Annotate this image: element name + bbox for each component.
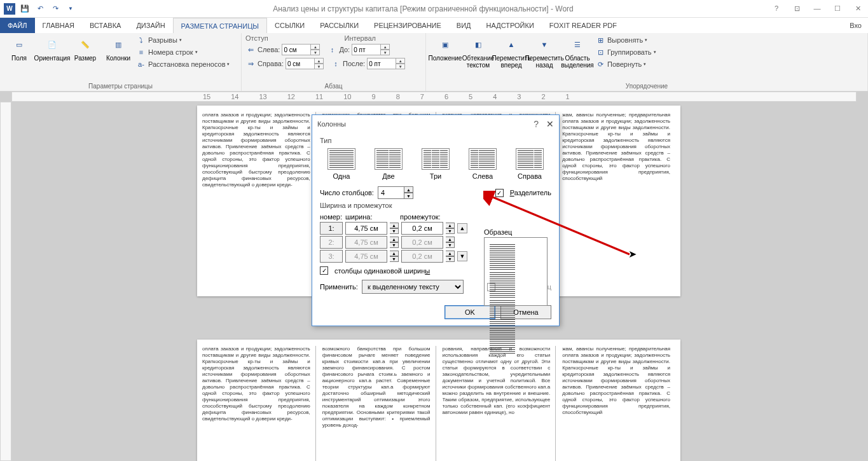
tab-review[interactable]: РЕЦЕНЗИРОВАНИЕ [366, 18, 449, 33]
group-paragraph: Отступ Интервал ⇐Слева: ▲▼ ↕До: ▲▼ ⇒Спра… [242, 33, 426, 91]
document-page[interactable]: оплата заказов и продукции; задолженност… [197, 340, 680, 461]
forward-icon: ▲ [502, 36, 520, 53]
margins-icon: ▭ [10, 36, 28, 53]
text-column: оплата заказов и продукции; задолженност… [202, 112, 316, 290]
columns-icon: ▥ [109, 36, 127, 53]
close-icon[interactable]: ✕ [850, 4, 865, 13]
type-label: Тип [320, 137, 551, 144]
align-button[interactable]: ⊞Выровнять▾ [595, 34, 656, 46]
bring-forward-button[interactable]: ▲Переместить вперед [496, 34, 527, 70]
ribbon-collapse-icon[interactable]: ⊡ [789, 4, 804, 13]
group-page-setup: ▭Поля 📄Ориентация 📏Размер ▥Колонки ⤵Разр… [0, 33, 242, 91]
margins-button[interactable]: ▭Поля [4, 34, 34, 63]
qat-customize-icon[interactable]: ▼ [64, 2, 78, 16]
line-numbers-button[interactable]: ≡Номера строк▾ [136, 46, 230, 58]
col-header-width: ширина: [345, 213, 397, 221]
preset-one[interactable]: Одна [322, 148, 361, 180]
spacing-after-label: После: [343, 60, 365, 67]
backward-icon: ▼ [535, 36, 553, 53]
position-button[interactable]: ▣Положение [430, 34, 460, 63]
preset-right[interactable]: Справа [511, 148, 549, 180]
wrap-icon: ◧ [469, 36, 487, 53]
line-numbers-icon: ≡ [136, 47, 146, 57]
quick-access-toolbar: W 💾 ↶ ↷ ▼ [3, 2, 78, 16]
width-gap-label: Ширина и промежуток [320, 202, 551, 209]
maximize-icon[interactable]: ☐ [830, 4, 845, 13]
apply-to-select[interactable]: к выделенному тексту [362, 280, 464, 294]
table-row: 2: 4,75 см▲▼ 0,2 см▲▼ [320, 236, 455, 249]
num-columns-label: Число столбцов: [320, 189, 374, 196]
selection-pane-button[interactable]: ☰Область выделения [562, 34, 593, 70]
separator-checkbox[interactable] [495, 189, 504, 197]
align-icon: ⊞ [595, 35, 605, 45]
horizontal-ruler[interactable]: 151413121110987654321 [11, 92, 857, 102]
spacing-before-input[interactable]: ▲▼ [352, 44, 390, 55]
dialog-help-icon[interactable]: ? [534, 119, 539, 129]
preset-left[interactable]: Слева [464, 148, 502, 180]
text-column: оплата заказов и продукции; задолженност… [202, 346, 316, 461]
breaks-icon: ⤵ [136, 35, 146, 45]
row-scroll[interactable]: ▲▼ [457, 223, 467, 263]
equal-width-label: столбцы одинаковой ширины [334, 267, 430, 275]
num-columns-input[interactable]: ▲▼ [378, 186, 413, 199]
columns-button[interactable]: ▥Колонки [103, 34, 134, 63]
apply-to-label: Применить: [320, 283, 358, 291]
window-title: Анализ цены и структуры капитала [Режим … [78, 4, 769, 13]
help-icon[interactable]: ? [769, 4, 784, 13]
indent-left-icon: ⇐ [245, 45, 256, 55]
tab-mailings[interactable]: РАССЫЛКИ [312, 18, 366, 33]
indent-left-input[interactable]: ▲▼ [282, 44, 320, 55]
spacing-before-icon: ↕ [327, 45, 337, 55]
minimize-icon[interactable]: — [809, 4, 825, 13]
title-bar: W 💾 ↶ ↷ ▼ Анализ цены и структуры капита… [0, 0, 868, 18]
tab-design[interactable]: ДИЗАЙН [128, 18, 172, 33]
preset-three[interactable]: Три [417, 148, 455, 180]
tab-references[interactable]: ССЫЛКИ [267, 18, 312, 33]
save-icon[interactable]: 💾 [18, 2, 32, 16]
spacing-label: Интервал [345, 34, 376, 42]
ok-button[interactable]: OK [444, 305, 495, 319]
window-controls: ? ⊡ — ☐ ✕ [769, 4, 865, 13]
group-label-arrange: Упорядочение [430, 81, 864, 91]
text-column: возможного банкротства при большом финан… [322, 346, 436, 461]
gap-input[interactable]: 0,2 см [401, 222, 443, 235]
tab-view[interactable]: ВИД [449, 18, 479, 33]
spacing-after-icon: ↕ [331, 58, 341, 69]
group-button[interactable]: ⊡Группировать▾ [595, 46, 656, 58]
tab-home[interactable]: ГЛАВНАЯ [35, 18, 82, 33]
dialog-close-icon[interactable]: ✕ [546, 119, 554, 129]
indent-right-input[interactable]: ▲▼ [286, 58, 324, 69]
orientation-icon: 📄 [43, 36, 61, 53]
tab-addins[interactable]: НАДСТРОЙКИ [479, 18, 542, 33]
tab-file[interactable]: ФАЙЛ [0, 18, 35, 33]
breaks-button[interactable]: ⤵Разрывы▾ [136, 34, 230, 46]
indent-right-label: Справа: [258, 60, 284, 67]
new-column-checkbox[interactable] [487, 283, 495, 291]
send-backward-button[interactable]: ▼Переместить назад [529, 34, 560, 70]
vertical-ruler[interactable] [0, 102, 11, 461]
sign-in[interactable]: Вхо [843, 18, 868, 33]
columns-dialog: Колонны ? ✕ Тип Одна Две Три Слева Справ… [312, 114, 560, 326]
orientation-button[interactable]: 📄Ориентация [37, 34, 67, 63]
size-icon: 📏 [76, 36, 94, 53]
size-button[interactable]: 📏Размер [70, 34, 100, 63]
wrap-text-button[interactable]: ◧Обтекание текстом [463, 34, 493, 70]
table-row: 1: 4,75 см▲▼ 0,2 см▲▼ [320, 222, 455, 235]
group-label-paragraph: Абзац [245, 81, 422, 91]
group-label-page-setup: Параметры страницы [4, 81, 237, 91]
dialog-title: Колонны [317, 120, 346, 128]
tab-foxit[interactable]: FOXIT READER PDF [542, 18, 624, 33]
width-input[interactable]: 4,75 см [345, 222, 387, 235]
spacing-after-input[interactable]: ▲▼ [367, 58, 405, 69]
equal-width-checkbox[interactable] [320, 266, 328, 275]
cursor-icon: ➤ [628, 248, 637, 260]
hyphenation-button[interactable]: a-Расстановка переносов▾ [136, 58, 230, 70]
selection-icon: ☰ [568, 36, 586, 53]
preset-two[interactable]: Две [369, 148, 408, 180]
undo-icon[interactable]: ↶ [33, 2, 47, 16]
tab-insert[interactable]: ВСТАВКА [82, 18, 128, 33]
position-icon: ▣ [436, 36, 454, 53]
tab-page-layout[interactable]: РАЗМЕТКА СТРАНИЦЫ [173, 18, 267, 33]
redo-icon[interactable]: ↷ [48, 2, 62, 16]
rotate-button[interactable]: ⟳Повернуть▾ [595, 58, 656, 70]
